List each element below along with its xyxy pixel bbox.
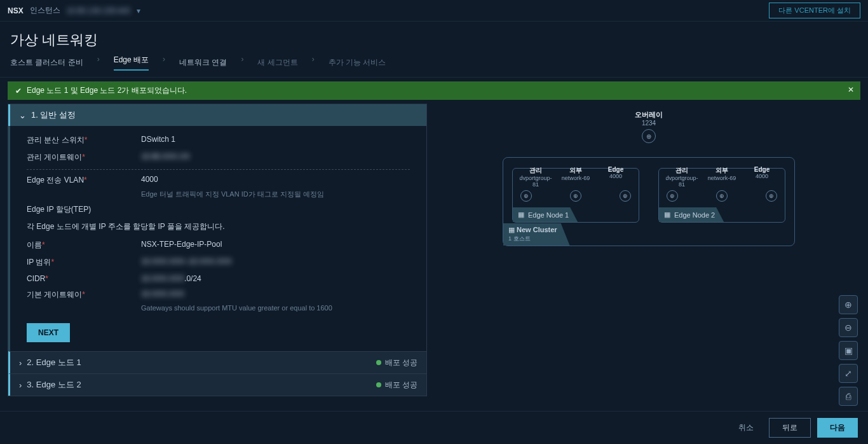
crumb-host-prep[interactable]: 호스트 클러스터 준비 bbox=[10, 55, 83, 71]
edge-node-1-label: Edge Node 1 bbox=[528, 211, 569, 219]
edge-node-1[interactable]: 관리dvportgroup-81 외부network-69 Edge4000 ⊕… bbox=[512, 168, 639, 223]
port-icon: ⊕ bbox=[620, 190, 631, 202]
edge-vlan-label: Edge 전송 VLAN* bbox=[27, 175, 141, 186]
gateway-hint: Gateways should support MTU value greate… bbox=[141, 304, 410, 312]
zoom-in-button[interactable]: ⊕ bbox=[839, 295, 858, 314]
mgmt-switch-value: DSwitch 1 bbox=[141, 135, 175, 146]
port-icon: ⊕ bbox=[716, 190, 728, 202]
overlay-icon: ⊕ bbox=[642, 129, 656, 143]
gateway-label: 기본 게이트웨이* bbox=[27, 289, 141, 300]
chevron-down-icon[interactable]: ▾ bbox=[137, 6, 140, 15]
edge-vlan-hint: Edge 터널 트래픽에 지정 VLAN ID가 태그로 지정될 예정임 bbox=[141, 190, 410, 199]
back-button[interactable]: 뒤로 bbox=[769, 418, 811, 438]
cidr-label: CIDR* bbox=[27, 274, 141, 283]
edge-ip-title: Edge IP 할당(TEP) bbox=[27, 204, 141, 215]
chevron-right-icon: › bbox=[97, 55, 100, 71]
crumb-edge-deploy[interactable]: Edge 배포 bbox=[114, 55, 149, 71]
alert-message: Edge 노드 1 및 Edge 노드 2가 배포되었습니다. bbox=[27, 85, 187, 96]
zoom-out-button[interactable]: ⊖ bbox=[839, 318, 858, 337]
gateway-value: 10.XXX.XXX bbox=[141, 289, 184, 300]
success-alert: ✔ Edge 노드 1 및 Edge 노드 2가 배포되었습니다. ✕ bbox=[8, 81, 860, 100]
mgmt-gateway-value: 10.90.XXX.XX bbox=[141, 152, 190, 163]
nsx-label: NSX bbox=[8, 6, 24, 15]
ip-range-label: IP 범위* bbox=[27, 257, 141, 268]
accordion-general-settings: ⌄ 1. 일반 설정 관리 분산 스위치* DSwitch 1 관리 게이트웨이… bbox=[8, 104, 427, 396]
name-value: NSX-TEP-Edge-IP-Pool bbox=[141, 240, 222, 251]
cluster-icon: ▦ bbox=[508, 226, 515, 233]
chevron-right-icon: › bbox=[19, 358, 22, 368]
mgmt-gateway-label: 관리 게이트웨이* bbox=[27, 152, 141, 163]
status-dot-icon bbox=[376, 382, 381, 387]
status-dot-icon bbox=[376, 360, 381, 365]
deploy-status-2: 배포 성공 bbox=[376, 380, 417, 391]
accordion-header-2[interactable]: ›2. Edge 노드 1 배포 성공 bbox=[8, 351, 426, 373]
cidr-value: 10.XXX.XXX.0/24 bbox=[141, 274, 201, 283]
cluster-tab: ▦ New Cluster 1 호스트 bbox=[503, 223, 570, 246]
collapse-button[interactable]: ⤢ bbox=[839, 364, 858, 383]
instance-ip[interactable]: 10.90.130.135:443 bbox=[67, 6, 130, 15]
edge-vlan-value: 4000 bbox=[141, 175, 158, 186]
section-title: 1. 일반 설정 bbox=[31, 109, 76, 121]
zoom-toolbar: ⊕ ⊖ ▣ ⤢ ⎙ bbox=[839, 295, 858, 406]
edge-node-2-label: Edge Node 2 bbox=[674, 211, 715, 219]
fit-button[interactable]: ▣ bbox=[839, 341, 858, 360]
name-label: 이름* bbox=[27, 240, 141, 251]
edge-node-2[interactable]: 관리dvportgroup-81 외부network-69 Edge4000 ⊕… bbox=[658, 168, 785, 223]
instance-label: 인스턴스 bbox=[30, 5, 60, 16]
edge-icon: ▦ bbox=[518, 211, 524, 219]
install-other-vcenter-button[interactable]: 다른 VCENTER에 설치 bbox=[769, 3, 860, 18]
cluster-box: 관리dvportgroup-81 외부network-69 Edge4000 ⊕… bbox=[503, 157, 795, 246]
topbar: NSX 인스턴스 10.90.130.135:443 ▾ 다른 VCENTER에… bbox=[0, 0, 868, 22]
topology-panel: 오버레이 1234 ⊕ 관리dvportgroup-81 외부network-6… bbox=[437, 104, 860, 396]
edge-ip-description: 각 Edge 노드에 개별 IP 주소를 할당할 IP 풀을 제공합니다. bbox=[27, 221, 410, 232]
mgmt-switch-label: 관리 분산 스위치* bbox=[27, 135, 141, 146]
chevron-right-icon: › bbox=[312, 55, 315, 71]
export-button[interactable]: ⎙ bbox=[839, 387, 858, 406]
check-icon: ✔ bbox=[15, 87, 22, 95]
breadcrumb: 호스트 클러스터 준비 › Edge 배포 › 네트워크 연결 › 새 세그먼트… bbox=[0, 52, 868, 78]
crumb-new-segment[interactable]: 새 세그먼트 bbox=[257, 55, 297, 71]
accordion-header-3[interactable]: ›3. Edge 노드 2 배포 성공 bbox=[8, 373, 426, 396]
crumb-extra-service[interactable]: 추가 기능 서비스 bbox=[329, 55, 386, 71]
deploy-status-1: 배포 성공 bbox=[376, 357, 417, 368]
port-icon: ⊕ bbox=[766, 190, 777, 202]
chevron-right-icon: › bbox=[241, 55, 243, 71]
edge-icon: ▦ bbox=[664, 211, 670, 219]
ip-range-value: 10.XXX.XXX–10.XXX.XXX bbox=[141, 257, 232, 268]
close-icon[interactable]: ✕ bbox=[848, 85, 854, 94]
accordion-header-1[interactable]: ⌄ 1. 일반 설정 bbox=[8, 104, 426, 126]
chevron-right-icon: › bbox=[19, 380, 22, 390]
port-icon: ⊕ bbox=[570, 190, 581, 202]
cancel-button[interactable]: 취소 bbox=[729, 418, 763, 438]
footer: 취소 뒤로 다음 bbox=[0, 411, 868, 444]
overlay-sub: 1234 bbox=[503, 120, 795, 127]
chevron-right-icon: › bbox=[163, 55, 165, 71]
chevron-down-icon: ⌄ bbox=[19, 111, 26, 120]
crumb-network-connect[interactable]: 네트워크 연결 bbox=[179, 55, 227, 71]
page-title: 가상 네트워킹 bbox=[0, 22, 868, 52]
port-icon: ⊕ bbox=[520, 190, 532, 202]
port-icon: ⊕ bbox=[667, 190, 678, 202]
next-button[interactable]: NEXT bbox=[27, 323, 70, 342]
footer-next-button[interactable]: 다음 bbox=[817, 418, 858, 438]
overlay-title: 오버레이 bbox=[503, 110, 795, 120]
